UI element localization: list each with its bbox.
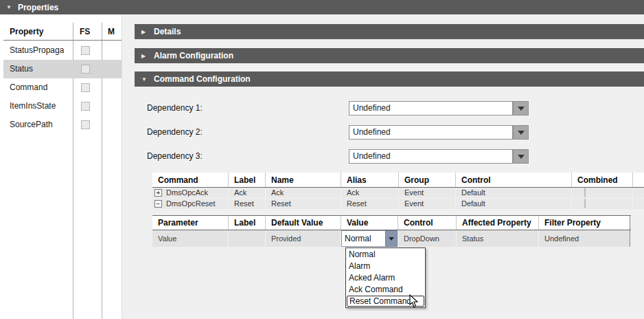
property-grid: Property FS M StatusPropaga Status Comma…	[3, 14, 122, 319]
section-details[interactable]: ▶ Details	[135, 24, 644, 39]
fs-checkbox[interactable]	[81, 46, 90, 55]
command-name: DmsOpcAck	[166, 188, 208, 198]
fs-checkbox[interactable]	[81, 83, 90, 92]
properties-panel: ▼ Properties Property FS M StatusPropaga…	[0, 0, 644, 319]
parameter-table-header: Parameter Label Default Value Value Cont…	[152, 215, 631, 230]
dependency-1-select[interactable]: Undefined	[349, 101, 513, 116]
parameter-cell: Value	[152, 230, 229, 247]
name-cell: Reset	[266, 199, 341, 209]
combined-cell	[572, 188, 633, 198]
filter-property-cell: Undefined	[539, 230, 630, 247]
column-header-fs: FS	[80, 23, 90, 41]
property-name: Command	[10, 78, 47, 97]
dependency-3-select[interactable]: Undefined	[349, 149, 513, 164]
column-header-name: Name	[266, 173, 341, 187]
control-cell: Default	[456, 199, 572, 209]
section-label: Command Configuration	[154, 74, 251, 84]
mouse-cursor-icon	[409, 294, 419, 311]
column-header-value: Value	[341, 216, 398, 230]
property-row-sourcepath[interactable]: SourcePath	[3, 116, 122, 134]
command-row-dmsopcreset[interactable]: − DmsOpcReset Reset Reset Reset Event De…	[152, 199, 644, 209]
column-header-control: Control	[398, 216, 457, 230]
clipped-cell	[633, 199, 644, 209]
value-dropdown-button[interactable]	[385, 230, 398, 247]
group-cell: Event	[399, 188, 456, 198]
command-row-dmsopcack[interactable]: + DmsOpcAck Ack Ack Ack Event Default	[152, 188, 644, 198]
property-row-status[interactable]: Status	[3, 60, 122, 78]
label-cell	[229, 230, 266, 247]
dependency-3-dropdown-button[interactable]	[513, 149, 529, 164]
dropdown-arrow-icon	[518, 155, 525, 159]
command-table-header: Command Label Name Alias Group Control C…	[152, 173, 644, 188]
column-header-parameter: Parameter	[152, 216, 229, 230]
property-row-statuspropagation[interactable]: StatusPropaga	[3, 41, 122, 60]
expand-plus-icon[interactable]: +	[154, 189, 162, 197]
property-name: SourcePath	[10, 116, 53, 134]
dependency-1-label: Dependency 1:	[147, 101, 203, 116]
column-header-label: Label	[229, 216, 266, 230]
column-header-group: Group	[399, 173, 456, 187]
dropdown-item-alarm[interactable]: Alarm	[347, 261, 424, 272]
default-value-cell: Provided	[266, 230, 341, 247]
property-name: StatusPropaga	[10, 41, 64, 60]
section-label: Alarm Configuration	[154, 51, 233, 60]
collapsed-triangle-icon: ▶	[141, 29, 148, 35]
command-table: Command Label Name Alias Group Control C…	[152, 173, 644, 210]
dependency-2-label: Dependency 2:	[147, 125, 203, 140]
clipped-cell	[633, 188, 644, 198]
column-header-combined: Combined	[572, 173, 633, 187]
alias-cell: Reset	[341, 199, 399, 209]
combined-cell	[572, 199, 633, 209]
parameter-row-value[interactable]: Value Provided Normal DropDown Status Un…	[152, 230, 631, 247]
column-header-m: M	[108, 23, 115, 41]
label-cell: Reset	[229, 199, 266, 209]
column-header-label: Label	[229, 173, 266, 187]
collapsed-triangle-icon: ▶	[141, 53, 148, 59]
column-header-clipped	[633, 173, 644, 187]
control-cell: DropDown	[398, 230, 457, 247]
property-name: Status	[10, 60, 33, 78]
dependency-2-select[interactable]: Undefined	[349, 125, 513, 140]
group-cell: Event	[399, 199, 456, 209]
dropdown-arrow-icon	[389, 237, 394, 241]
dependency-2-dropdown-button[interactable]	[513, 125, 529, 140]
parameter-table: Parameter Label Default Value Value Cont…	[152, 215, 631, 247]
collapse-minus-icon[interactable]: −	[154, 200, 162, 208]
combined-checkbox[interactable]	[584, 199, 586, 208]
properties-titlebar[interactable]: ▼ Properties	[0, 0, 644, 14]
affected-property-cell: Status	[457, 230, 539, 247]
command-cell: + DmsOpcAck	[152, 188, 229, 198]
property-name: ItemInsState	[10, 97, 56, 116]
property-grid-rows: StatusPropaga Status Command ItemInsStat…	[3, 41, 122, 134]
column-header-control: Control	[456, 173, 572, 187]
value-cell: Normal	[341, 230, 398, 247]
fs-checkbox[interactable]	[81, 102, 90, 111]
property-row-command[interactable]: Command	[3, 78, 122, 97]
control-cell: Default	[456, 188, 572, 198]
column-header-property: Property	[10, 23, 43, 41]
section-alarm-configuration[interactable]: ▶ Alarm Configuration	[135, 48, 644, 63]
column-header-affected-property: Affected Property	[457, 216, 539, 230]
name-cell: Ack	[266, 188, 341, 198]
section-label: Details	[154, 27, 181, 36]
label-cell: Ack	[229, 188, 266, 198]
expanded-triangle-icon: ▼	[141, 76, 148, 82]
combined-checkbox[interactable]	[584, 188, 586, 197]
column-header-command: Command	[152, 173, 229, 187]
command-name: DmsOpcReset	[166, 199, 216, 209]
dropdown-item-normal[interactable]: Normal	[347, 249, 424, 261]
command-cell: − DmsOpcReset	[152, 199, 229, 209]
dependency-1-dropdown-button[interactable]	[513, 101, 529, 116]
section-command-configuration[interactable]: ▼ Command Configuration	[135, 72, 644, 87]
value-combobox[interactable]: Normal	[341, 230, 385, 247]
column-header-default-value: Default Value	[266, 216, 341, 230]
property-grid-header: Property FS M	[3, 23, 122, 41]
property-row-iteminsstate[interactable]: ItemInsState	[3, 97, 122, 116]
dropdown-arrow-icon	[518, 131, 525, 135]
collapse-triangle-icon: ▼	[6, 4, 12, 10]
fs-checkbox[interactable]	[81, 120, 90, 129]
dependency-3-label: Dependency 3:	[147, 149, 203, 164]
dropdown-item-acked-alarm[interactable]: Acked Alarm	[347, 272, 424, 284]
fs-checkbox[interactable]	[81, 65, 90, 74]
alias-cell: Ack	[341, 188, 399, 198]
